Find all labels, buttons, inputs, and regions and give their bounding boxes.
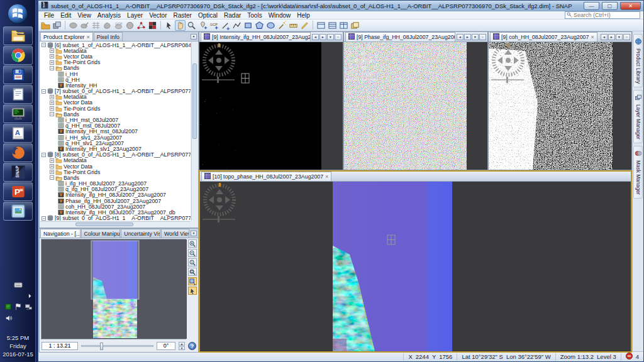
compass-pan-overlay[interactable] [202, 43, 237, 85]
tab-topo-phase-view[interactable]: [10] topo_phase_HH_08Jul2007_23Aug2007 × [201, 172, 331, 181]
start-button[interactable] [6, 3, 30, 25]
tab-intensity-view[interactable]: [9] Intensity_ifg_HH_08Jul2007_23Aug2007… [201, 32, 311, 41]
tab-product-explorer[interactable]: Product Explorer × [40, 32, 93, 41]
tree-horizontal-scrollbar[interactable] [40, 221, 191, 227]
tree-expander-icon[interactable]: − [42, 43, 46, 47]
close-view-icon[interactable]: × [325, 173, 328, 180]
pan-tool[interactable] [175, 20, 186, 31]
menu-radar[interactable]: Radar [221, 12, 244, 19]
tie-point-grid-disabled[interactable] [91, 20, 101, 31]
scroll-thumb[interactable] [75, 222, 133, 226]
product-group-button[interactable] [52, 20, 62, 31]
close-tab-icon[interactable]: × [87, 35, 90, 40]
graph-builder-button[interactable] [136, 20, 147, 31]
product-node[interactable]: −[9] subset_0_of_ALOS-H1_1__A-ORBIT__ALP… [40, 216, 191, 221]
error-status[interactable]: 4 [621, 353, 643, 361]
tree-expander-icon[interactable]: + [50, 101, 54, 105]
ellipse-tool[interactable] [265, 20, 276, 31]
photo-viewer-app[interactable] [3, 202, 33, 221]
zoom-ratio-field[interactable] [42, 342, 78, 350]
folder-node[interactable]: +Vector Data [40, 163, 191, 169]
action-center-flag-icon[interactable] [14, 303, 22, 312]
folder-node[interactable]: +Metadata [40, 158, 191, 163]
console-app[interactable] [3, 104, 33, 123]
floppy-save-app[interactable] [3, 65, 33, 84]
topo-phase-image-canvas[interactable] [200, 182, 631, 351]
snap-app[interactable]: SNAP [3, 163, 33, 182]
title-bar[interactable]: SNAP subset_0_of_ALOS-H1_1__A-ORBIT__ALP… [38, 1, 643, 11]
spin-up-icon[interactable]: ▲ [179, 342, 185, 346]
tree-expander-icon[interactable]: + [50, 48, 54, 53]
navigation-thumbnail[interactable] [41, 239, 186, 339]
menu-file[interactable]: File [41, 12, 57, 19]
menu-optical[interactable]: Optical [195, 12, 221, 19]
notepad-app[interactable] [3, 85, 33, 104]
compass-pan-overlay[interactable] [203, 183, 238, 224]
zoom-tool[interactable] [186, 20, 197, 31]
select-tool[interactable] [164, 20, 174, 31]
tree-expander-icon[interactable]: − [42, 153, 46, 157]
line-tool[interactable] [220, 20, 231, 31]
folder-node[interactable]: +Tie-Point Grids [40, 169, 191, 175]
tab-pixel-info[interactable]: Pixel Info [94, 32, 123, 41]
firefox-app[interactable] [3, 143, 33, 162]
tab-world-view[interactable]: World View [161, 229, 189, 238]
menu-tools[interactable]: Tools [244, 12, 265, 19]
maximize-view-icon[interactable]: ▫ [335, 34, 341, 40]
tile-horizontally-button[interactable] [327, 20, 338, 31]
polyline-tool[interactable] [231, 20, 242, 31]
tab-phase-view[interactable]: [9] Phase_ifg_HH_08Jul2007_23Aug2007 × [345, 32, 455, 41]
circle-tool-disabled[interactable] [125, 20, 135, 31]
folder-node[interactable]: +Metadata [40, 48, 191, 53]
tab-uncertainty-vis-[interactable]: Uncertainty Vis... [121, 229, 160, 238]
compass-pan-overlay[interactable] [347, 43, 382, 85]
folder-node[interactable]: +Tie-Point Grids [40, 60, 191, 65]
maximize-button[interactable]: ▢ [602, 2, 618, 10]
panel-minimize-icon[interactable]: ▾ [191, 231, 197, 236]
folder-node[interactable]: +Metadata [40, 94, 191, 100]
search-box[interactable] [565, 11, 640, 19]
gcp-manager-disabled[interactable]: GCP [113, 20, 124, 31]
scroll-tabs-left-icon[interactable]: ◂ [312, 34, 319, 40]
menu-analysis[interactable]: Analysis [94, 12, 124, 19]
panel-minimize-icon[interactable]: ▾ [191, 34, 197, 40]
tree-expander-icon[interactable]: + [50, 54, 54, 58]
tile-single-button[interactable] [316, 20, 326, 31]
product-node[interactable]: −[7] subset_0_of_ALOS-H1_1__A-ORBIT__ALP… [40, 89, 191, 94]
tray-expand-icon[interactable] [27, 293, 33, 300]
measurement-tool[interactable] [299, 20, 310, 31]
tree-expander-icon[interactable]: + [50, 106, 54, 111]
tree-expander-icon[interactable]: + [50, 170, 54, 174]
taskbar-clock[interactable]: 5:25 PM Friday 2016-07-15 [0, 334, 36, 358]
open-product-button[interactable] [40, 20, 51, 31]
vm-tray-icon[interactable] [4, 303, 12, 312]
keyboard-tray-icon[interactable] [14, 280, 23, 290]
pin-placing-tool[interactable] [197, 20, 208, 31]
menu-help[interactable]: Help [294, 12, 313, 19]
tree-expander-icon[interactable]: − [50, 175, 54, 180]
scroll-tabs-right-icon[interactable]: ▸ [608, 34, 615, 40]
menu-window[interactable]: Window [265, 12, 294, 19]
rail-tab-product-library[interactable]: Product Library [633, 34, 643, 87]
close-button[interactable]: ✕ [620, 2, 641, 10]
menu-layer[interactable]: Layer [124, 12, 146, 19]
folder-node[interactable]: +Tie-Point Grids [40, 106, 191, 111]
menu-view[interactable]: View [74, 12, 94, 19]
rail-tab-mask-manager[interactable]: Mask Manager [633, 146, 643, 199]
rail-tab-layer-manager[interactable]: Layer Manager [633, 90, 643, 143]
zoom-out-button[interactable] [188, 249, 197, 257]
zoom-in-button[interactable] [188, 239, 197, 248]
powerpoint-app[interactable]: P [3, 182, 33, 201]
volume-tray-icon[interactable] [5, 314, 13, 323]
tree-expander-icon[interactable]: + [50, 164, 54, 168]
slider-thumb[interactable] [100, 343, 103, 350]
rectangle-tool[interactable] [243, 20, 253, 31]
zoom-slider[interactable] [81, 345, 153, 347]
folder-node[interactable]: +Vector Data [40, 53, 191, 59]
help-button[interactable]: ? [188, 342, 196, 350]
zoom-pixel-button[interactable]: 1 [188, 258, 197, 266]
range-finder-tool[interactable] [288, 20, 299, 31]
spin-down-icon[interactable]: ▼ [179, 346, 185, 350]
sync-views-button[interactable] [188, 277, 197, 285]
intensity-image-canvas[interactable] [199, 42, 343, 170]
